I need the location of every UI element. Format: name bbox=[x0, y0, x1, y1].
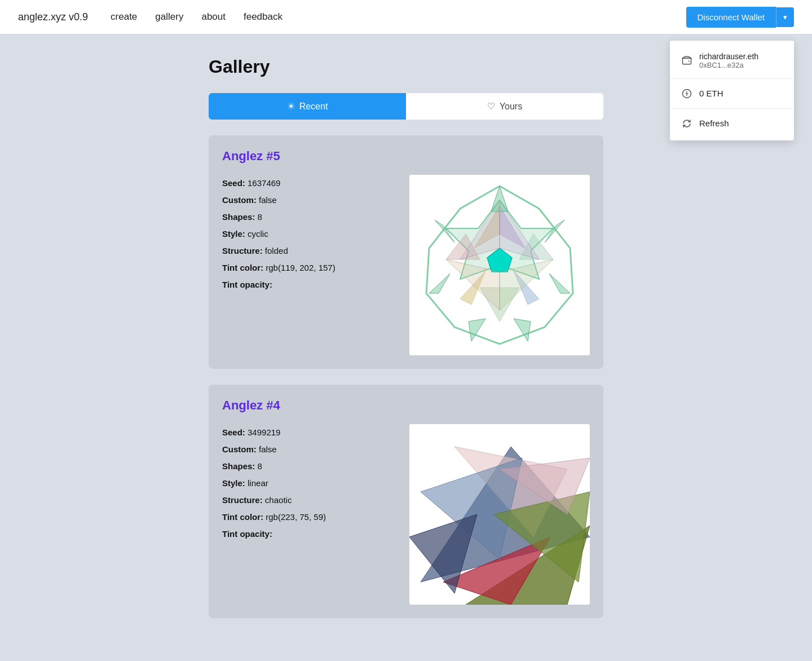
recent-tab-label: Recent bbox=[299, 102, 328, 112]
card-5-content: Seed: 1637469 Custom: false Shapes: 8 St… bbox=[222, 175, 590, 355]
eth-balance-label: 0 ETH bbox=[699, 89, 723, 98]
dropdown-divider-2 bbox=[670, 108, 794, 109]
wallet-menu-chevron[interactable]: ▾ bbox=[776, 7, 794, 27]
card-5-style: Style: cyclic bbox=[222, 226, 396, 243]
nav-brand: anglez.xyz v0.9 bbox=[18, 11, 88, 23]
nav-create[interactable]: create bbox=[111, 11, 137, 23]
nav-right: Disconnect Wallet ▾ richardrauser.eth 0x… bbox=[686, 7, 795, 28]
wallet-ens: richardrauser.eth bbox=[699, 52, 758, 61]
tab-recent[interactable]: ☀ Recent bbox=[209, 93, 406, 120]
gallery-tabs: ☀ Recent ♡ Yours bbox=[209, 93, 603, 120]
card-4-structure: Structure: chaotic bbox=[222, 492, 396, 509]
nav-feedback[interactable]: feedback bbox=[244, 11, 283, 23]
main-content: Gallery ☀ Recent ♡ Yours Anglez #5 Seed:… bbox=[197, 34, 615, 656]
eth-balance-item: 0 ETH bbox=[670, 81, 794, 106]
disconnect-wallet-button[interactable]: Disconnect Wallet bbox=[686, 7, 776, 28]
navbar: anglez.xyz v0.9 create gallery about fee… bbox=[0, 0, 812, 34]
card-5-image bbox=[409, 175, 590, 355]
recent-tab-icon: ☀ bbox=[287, 101, 295, 112]
tab-yours[interactable]: ♡ Yours bbox=[406, 93, 603, 120]
card-4-title: Anglez #4 bbox=[222, 398, 590, 413]
card-5-title: Anglez #5 bbox=[222, 149, 590, 164]
card-4-style: Style: linear bbox=[222, 475, 396, 492]
dropdown-divider-1 bbox=[670, 78, 794, 79]
card-5-tint-color: Tint color: rgb(119, 202, 157) bbox=[222, 259, 396, 276]
gallery-card-5: Anglez #5 Seed: 1637469 Custom: false Sh… bbox=[209, 135, 603, 369]
wallet-info-item: richardrauser.eth 0xBC1...e32a bbox=[670, 45, 794, 76]
card-5-tint-opacity: Tint opacity: bbox=[222, 276, 396, 293]
card-4-shapes: Shapes: 8 bbox=[222, 458, 396, 475]
card-4-details: Seed: 3499219 Custom: false Shapes: 8 St… bbox=[222, 424, 396, 543]
nav-about[interactable]: about bbox=[201, 11, 226, 23]
card-5-custom: Custom: false bbox=[222, 192, 396, 209]
card-4-seed: Seed: 3499219 bbox=[222, 424, 396, 441]
eth-icon bbox=[681, 88, 692, 99]
wallet-address: 0xBC1...e32a bbox=[699, 61, 758, 69]
page-title: Gallery bbox=[209, 56, 603, 77]
svg-rect-0 bbox=[683, 58, 691, 64]
card-4-tint-color: Tint color: rgb(223, 75, 59) bbox=[222, 509, 396, 526]
card-4-custom: Custom: false bbox=[222, 441, 396, 458]
wallet-info-text: richardrauser.eth 0xBC1...e32a bbox=[699, 52, 758, 69]
card-5-seed: Seed: 1637469 bbox=[222, 175, 396, 192]
yours-tab-icon: ♡ bbox=[487, 101, 495, 112]
card-4-tint-opacity: Tint opacity: bbox=[222, 526, 396, 543]
nav-links: create gallery about feedback bbox=[111, 11, 686, 23]
card-5-shapes: Shapes: 8 bbox=[222, 209, 396, 226]
refresh-item[interactable]: Refresh bbox=[670, 111, 794, 136]
card-4-image bbox=[409, 424, 590, 605]
nav-gallery[interactable]: gallery bbox=[155, 11, 183, 23]
gallery-card-4: Anglez #4 Seed: 3499219 Custom: false Sh… bbox=[209, 385, 603, 618]
wallet-dropdown: richardrauser.eth 0xBC1...e32a 0 ETH bbox=[670, 41, 794, 140]
wallet-icon bbox=[681, 55, 692, 66]
card-5-structure: Structure: folded bbox=[222, 243, 396, 259]
refresh-label: Refresh bbox=[699, 118, 729, 128]
svg-point-1 bbox=[689, 60, 690, 61]
refresh-icon bbox=[681, 118, 692, 129]
card-4-content: Seed: 3499219 Custom: false Shapes: 8 St… bbox=[222, 424, 590, 605]
yours-tab-label: Yours bbox=[500, 102, 522, 112]
card-5-details: Seed: 1637469 Custom: false Shapes: 8 St… bbox=[222, 175, 396, 293]
